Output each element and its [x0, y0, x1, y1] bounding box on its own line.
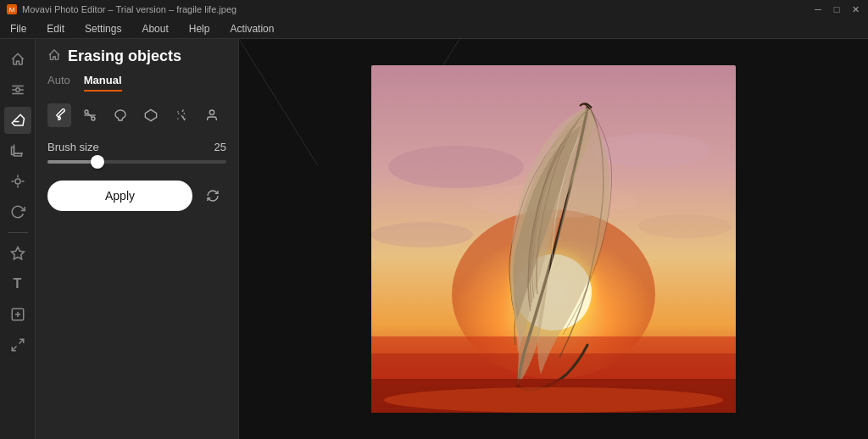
app-icon: M — [7, 4, 17, 14]
panel-home-icon[interactable] — [47, 48, 61, 65]
main-layout: T Erasing objects Auto Manual — [0, 39, 868, 439]
brush-value: 25 — [214, 141, 226, 153]
feather-sunset-svg — [371, 65, 736, 413]
magic-wand-tool-btn[interactable] — [170, 103, 193, 127]
icon-bar: T — [0, 39, 36, 439]
tabs: Auto Manual — [36, 70, 238, 92]
svg-point-16 — [92, 117, 95, 120]
svg-point-20 — [209, 110, 214, 114]
brush-label: Brush size — [47, 141, 99, 153]
maximize-button[interactable]: □ — [831, 3, 843, 15]
crop-icon-btn[interactable] — [4, 137, 31, 164]
person-tool-btn[interactable] — [200, 103, 224, 127]
panel: Erasing objects Auto Manual — [36, 39, 239, 439]
svg-point-37 — [384, 387, 723, 413]
window-controls[interactable]: ─ □ ✕ — [812, 3, 861, 15]
brush-label-row: Brush size 25 — [47, 141, 226, 153]
tool-icons-row — [36, 98, 238, 132]
slider-thumb[interactable] — [91, 155, 104, 169]
adjust-icon-btn[interactable] — [4, 76, 31, 103]
tab-manual[interactable]: Manual — [84, 70, 122, 92]
canvas-area[interactable] — [239, 39, 868, 439]
svg-point-0 — [15, 88, 19, 92]
menu-bar: File Edit Settings About Help Activation — [0, 19, 868, 39]
svg-marker-9 — [11, 247, 24, 259]
reset-button[interactable] — [199, 182, 226, 209]
menu-activation[interactable]: Activation — [226, 21, 277, 36]
minimize-button[interactable]: ─ — [812, 3, 824, 15]
svg-point-29 — [388, 146, 524, 188]
polygon-tool-btn[interactable] — [139, 103, 163, 127]
main-image — [371, 65, 736, 413]
svg-rect-7 — [14, 153, 21, 156]
retouch-icon-btn[interactable] — [4, 168, 31, 195]
rotate-icon-btn[interactable] — [4, 198, 31, 225]
panel-title: Erasing objects — [68, 47, 181, 65]
eraser-tool-btn[interactable] — [78, 103, 102, 127]
apply-button[interactable]: Apply — [47, 181, 192, 211]
text-icon-btn[interactable]: T — [4, 270, 31, 297]
svg-line-13 — [19, 339, 23, 343]
svg-point-32 — [371, 222, 473, 247]
svg-line-14 — [12, 347, 16, 351]
lasso-tool-btn[interactable] — [108, 103, 132, 127]
menu-edit[interactable]: Edit — [43, 21, 68, 36]
svg-point-15 — [85, 110, 88, 114]
apply-section: Apply — [36, 172, 238, 220]
tab-auto[interactable]: Auto — [47, 70, 70, 92]
menu-about[interactable]: About — [138, 21, 171, 36]
menu-settings[interactable]: Settings — [81, 21, 125, 36]
menu-file[interactable]: File — [7, 21, 30, 36]
svg-point-33 — [638, 214, 732, 238]
home-icon-btn[interactable] — [4, 46, 31, 73]
window-title: Movavi Photo Editor – Trial version – fr… — [22, 4, 236, 14]
svg-point-30 — [592, 133, 710, 167]
icon-bar-divider — [8, 232, 28, 233]
close-button[interactable]: ✕ — [849, 3, 861, 15]
brush-slider-track[interactable] — [47, 160, 226, 164]
brush-section: Brush size 25 — [36, 132, 238, 172]
menu-help[interactable]: Help — [186, 21, 214, 36]
title-bar: M Movavi Photo Editor – Trial version – … — [0, 0, 868, 19]
transform-icon-btn[interactable] — [4, 331, 31, 358]
svg-marker-19 — [145, 109, 156, 120]
panel-header: Erasing objects — [36, 39, 238, 70]
insert-icon-btn[interactable] — [4, 301, 31, 328]
svg-point-8 — [15, 179, 20, 184]
brush-tool-btn[interactable] — [47, 103, 71, 127]
heal-icon-btn[interactable] — [4, 240, 31, 267]
erase-icon-btn[interactable] — [4, 107, 31, 134]
